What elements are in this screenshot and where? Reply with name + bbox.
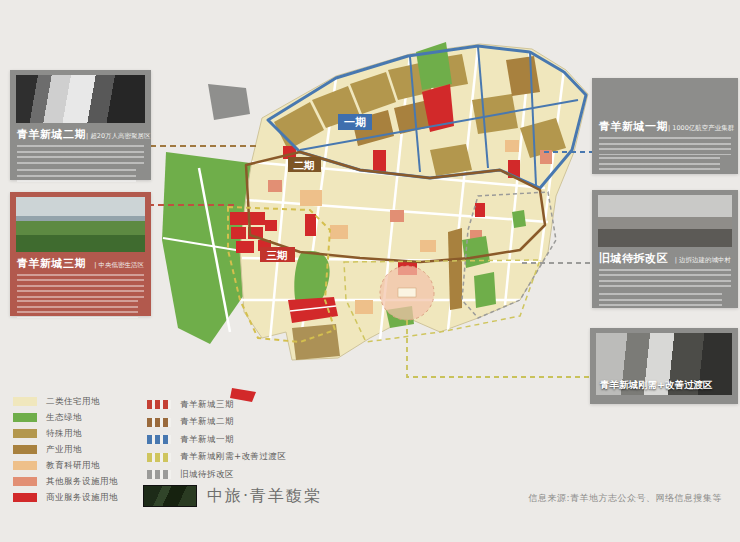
logo-satellite-image (143, 485, 197, 507)
legend-label: 其他服务设施用地 (46, 476, 118, 488)
old-town-gray-block (208, 84, 250, 120)
legend-label: 产业用地 (46, 444, 82, 456)
zone-swatch (147, 435, 171, 444)
card-title: 青羊新城三期 (17, 256, 86, 271)
old-town-photo (598, 195, 732, 247)
card-tag: | 边拆边建的城中村 (675, 256, 731, 265)
legend-label: 特殊用地 (46, 428, 82, 440)
card-title: 青羊新城二期 (17, 127, 86, 142)
legend-item: 商业服务设施用地 (13, 493, 118, 502)
legend-label: 青羊新城三期 (180, 399, 234, 411)
legend-item: 青羊新城一期 (147, 435, 287, 444)
logo-text: 中旅·青羊馥棠 (207, 486, 322, 507)
card-tag: | 超20万人高密聚居区 (86, 132, 151, 141)
legend-item: 青羊新城刚需+改善过渡区 (147, 453, 287, 462)
legend-item: 产业用地 (13, 445, 118, 454)
legend-zones: 青羊新城三期青羊新城二期青羊新城一期青羊新城刚需+改善过渡区旧城待拆改区 (147, 400, 287, 479)
zone-swatch (147, 418, 171, 427)
svg-text:一期: 一期 (344, 116, 366, 129)
card-phase1: 青羊新城一期 | 1000亿航空产业集群 (592, 78, 738, 174)
card-title: 青羊新城刚需+改善过渡区 (600, 379, 712, 392)
land-use-swatch (13, 493, 37, 502)
card-body-text (599, 293, 722, 307)
land-use-swatch (13, 397, 37, 406)
card-phase2: 青羊新城二期 | 超20万人高密聚居区 (10, 70, 151, 180)
zone-swatch (147, 400, 171, 409)
legend-label: 青羊新城一期 (180, 434, 234, 446)
legend-land-use: 二类住宅用地生态绿地特殊用地产业用地教育科研用地其他服务设施用地商业服务设施用地 (13, 397, 118, 502)
card-phase3: 青羊新城三期 | 中央低密生活区 (10, 192, 151, 316)
legend-item: 青羊新城三期 (147, 400, 287, 409)
legend-item: 特殊用地 (13, 429, 118, 438)
card-tag: | 中央低密生活区 (94, 261, 144, 270)
legend-label: 青羊新城二期 (180, 416, 234, 428)
card-body-text (17, 169, 136, 185)
legend-label: 生态绿地 (46, 412, 82, 424)
phase1-photo (598, 83, 732, 115)
source-note: 信息来源:青羊地方志公众号、网络信息搜集等 (528, 492, 722, 505)
svg-text:二期: 二期 (294, 159, 315, 171)
legend-item: 青羊新城二期 (147, 418, 287, 427)
card-transition-zone: 青羊新城刚需+改善过渡区 (590, 328, 738, 404)
legend-item: 生态绿地 (13, 413, 118, 422)
card-title: 旧城待拆改区 (599, 251, 668, 266)
land-use-swatch (13, 445, 37, 454)
card-body-text (599, 157, 720, 171)
land-use-swatch (13, 429, 37, 438)
legend-label: 旧城待拆改区 (180, 469, 234, 481)
legend-item: 其他服务设施用地 (13, 477, 118, 486)
card-body-text (599, 269, 731, 291)
zone-swatch (147, 453, 171, 462)
zone-swatch (147, 470, 171, 479)
phase3-photo (16, 197, 145, 252)
card-body-text (17, 145, 144, 167)
legend-item: 旧城待拆改区 (147, 470, 287, 479)
card-old-town: 旧城待拆改区 | 边拆边建的城中村 (592, 190, 738, 308)
legend-label: 二类住宅用地 (46, 396, 100, 408)
phase1-label: 一期 (338, 114, 372, 130)
legend-item: 教育科研用地 (13, 461, 118, 470)
legend-label: 教育科研用地 (46, 460, 100, 472)
svg-text:三期: 三期 (267, 249, 288, 261)
card-body-text (599, 137, 731, 155)
land-use-swatch (13, 461, 37, 470)
phase2-label: 二期 (288, 157, 321, 172)
land-use-swatch (13, 413, 37, 422)
card-title: 青羊新城一期 (599, 119, 668, 134)
legend-label: 商业服务设施用地 (46, 492, 118, 504)
card-body-text (17, 274, 144, 298)
legend-label: 青羊新城刚需+改善过渡区 (180, 451, 287, 463)
project-site-label-box (398, 288, 416, 297)
card-body-text (17, 300, 138, 318)
phase2-photo (16, 75, 145, 123)
card-tag: | 1000亿航空产业集群 (668, 124, 734, 133)
project-logo: 中旅·青羊馥棠 (143, 485, 322, 507)
land-use-swatch (13, 477, 37, 486)
phase3-label: 三期 (260, 247, 295, 262)
legend-item: 二类住宅用地 (13, 397, 118, 406)
